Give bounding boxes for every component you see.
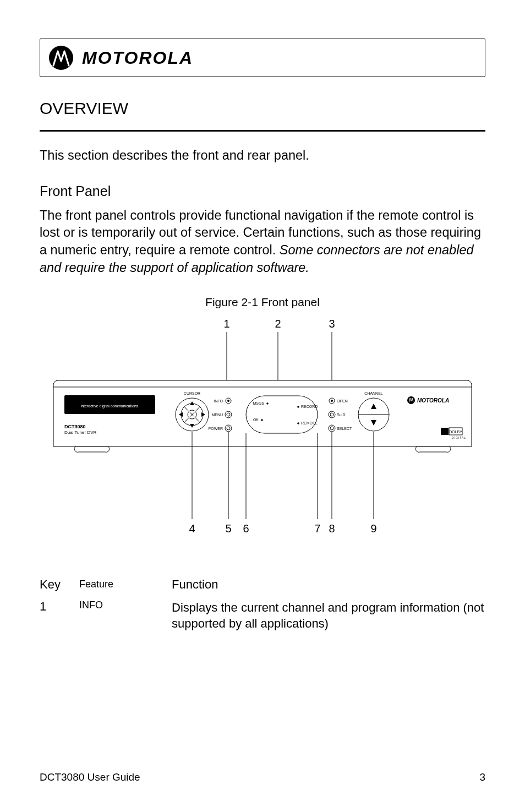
svg-text:RECORD: RECORD: [301, 405, 318, 408]
svg-point-17: [227, 400, 229, 402]
feature-table: Key Feature Function 1 INFO Displays the…: [40, 577, 485, 632]
svg-text:INFO: INFO: [214, 399, 223, 403]
footer-right: 3: [479, 771, 485, 783]
svg-point-29: [261, 419, 263, 421]
svg-text:OK: OK: [253, 418, 259, 422]
callout-1: 1: [223, 318, 229, 330]
svg-text:MENU: MENU: [211, 413, 223, 417]
svg-point-27: [266, 402, 269, 405]
svg-text:POWER: POWER: [209, 427, 223, 430]
callout-4: 4: [189, 522, 195, 535]
footer: DCT3080 User Guide 3: [0, 771, 525, 783]
table-row: 1 INFO Displays the current channel and …: [40, 597, 485, 632]
th-feature: Feature: [79, 577, 172, 597]
callout-5: 5: [225, 522, 231, 535]
svg-text:SELECT: SELECT: [337, 427, 352, 430]
model-line2: Dual Tuner DVR: [64, 430, 96, 435]
callout-8: 8: [329, 522, 335, 535]
callout-3: 3: [329, 318, 335, 330]
front-panel-title: Front Panel: [40, 183, 485, 199]
intro-paragraph: This section describes the front and rea…: [40, 147, 485, 165]
svg-text:REMOTE: REMOTE: [301, 421, 318, 425]
callout-9: 9: [370, 522, 376, 535]
brand-text: MOTOROLA: [82, 48, 193, 68]
callout-7: 7: [314, 522, 320, 535]
header-box: MOTOROLA: [40, 39, 485, 77]
svg-point-35: [331, 400, 333, 402]
footer-left: DCT3080 User Guide: [40, 771, 140, 783]
cell-feature: INFO: [79, 597, 172, 632]
th-key: Key: [40, 577, 79, 597]
svg-point-38: [330, 413, 333, 416]
svg-text:MSGS: MSGS: [253, 401, 264, 405]
svg-text:DOLBY: DOLBY: [449, 429, 462, 433]
callout-6: 6: [243, 522, 249, 535]
front-panel-paragraph: The front panel controls provide functio…: [40, 207, 485, 277]
svg-point-41: [330, 427, 333, 430]
svg-text:OPEN: OPEN: [337, 399, 348, 403]
svg-text:SuID: SuID: [337, 413, 346, 417]
th-function: Function: [172, 577, 485, 597]
svg-rect-49: [441, 428, 449, 435]
svg-point-20: [227, 413, 230, 416]
section-title: OVERVIEW: [40, 99, 485, 118]
callout-2: 2: [275, 318, 281, 330]
cell-key: 1: [40, 597, 79, 632]
figure: 1 2 3 interactive digital communications: [40, 315, 485, 547]
svg-point-23: [227, 427, 230, 430]
svg-point-48: [407, 396, 415, 404]
section-rule: [40, 130, 485, 132]
svg-text:DIGITAL: DIGITAL: [452, 436, 466, 439]
motorola-logo-icon: [49, 46, 73, 70]
figure-caption: Figure 2-1 Front panel: [40, 296, 485, 309]
svg-point-32: [297, 422, 299, 424]
svg-text:CURSOR: CURSOR: [184, 391, 200, 395]
model-line1: DCT3080: [64, 424, 86, 429]
device-diagram: 1 2 3 interactive digital communications: [48, 315, 477, 547]
svg-point-30: [297, 406, 299, 408]
display-text: interactive digital communications: [81, 404, 139, 408]
cell-function: Displays the current channel and program…: [172, 597, 485, 632]
svg-text:CHANNEL: CHANNEL: [364, 391, 383, 395]
device-brand: MOTOROLA: [417, 397, 449, 404]
